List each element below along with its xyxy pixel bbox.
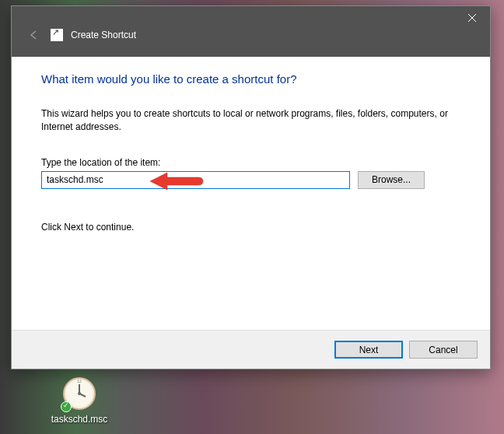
create-shortcut-dialog: Create Shortcut What item would you like… [11, 5, 491, 369]
shortcut-icon [51, 29, 63, 41]
input-row: Browse... [41, 171, 460, 189]
continue-instruction: Click Next to continue. [41, 222, 460, 233]
svg-text:12: 12 [77, 379, 82, 383]
back-arrow-icon [26, 27, 41, 43]
dialog-body: What item would you like to create a sho… [12, 57, 490, 330]
dialog-button-bar: Next Cancel [12, 330, 490, 369]
location-input-label: Type the location of the item: [41, 157, 460, 168]
location-input[interactable] [41, 171, 350, 189]
desktop-shortcut-icon[interactable]: 12 taskschd.msc [48, 376, 110, 425]
dialog-title-bar: Create Shortcut [12, 6, 490, 57]
next-button[interactable]: Next [334, 341, 403, 359]
close-button[interactable] [454, 6, 490, 30]
wizard-description: This wizard helps you to create shortcut… [41, 107, 460, 134]
dialog-title: Create Shortcut [71, 30, 136, 40]
clock-icon: 12 [62, 376, 96, 411]
wizard-heading: What item would you like to create a sho… [41, 72, 460, 86]
browse-button[interactable]: Browse... [358, 171, 425, 189]
checkmark-badge-icon [61, 401, 72, 412]
desktop-icon-label: taskschd.msc [51, 414, 108, 425]
svg-point-4 [78, 392, 81, 395]
cancel-button[interactable]: Cancel [409, 341, 478, 359]
